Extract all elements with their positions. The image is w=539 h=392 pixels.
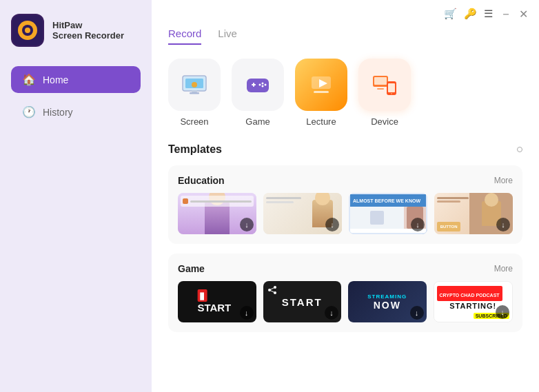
device-icon-box: [358, 59, 411, 111]
brand-name-line1: HitPaw: [52, 20, 124, 30]
game-thumb-2-download[interactable]: ↓: [325, 306, 338, 320]
screen-svg: [180, 70, 209, 99]
record-icon-game[interactable]: Game: [232, 59, 284, 127]
brand-name-line2: Screen Recorder: [52, 30, 124, 41]
svg-line-28: [270, 287, 275, 290]
key-icon[interactable]: 🔑: [464, 8, 477, 20]
game-thumbnail-row: ▮START ↓: [178, 281, 513, 322]
education-card-title: Education: [178, 175, 225, 186]
main-panel: 🛒 🔑 ☰ － ✕ Record Live: [152, 0, 539, 392]
svg-rect-21: [377, 88, 384, 90]
game-icon-box: [232, 59, 284, 111]
game-start-text-1: ▮START: [197, 289, 236, 314]
templates-title: Templates: [168, 143, 222, 156]
edu-thumbnail-3[interactable]: ALMOST BEFORE WE KNOW: [349, 193, 427, 234]
game-more-button[interactable]: More: [494, 264, 513, 274]
game-thumb-3-download[interactable]: ↓: [410, 306, 424, 320]
game-thumb-4-download[interactable]: ↓: [496, 305, 509, 319]
template-card-game: Game More ▮START ↓: [168, 254, 522, 332]
template-card-education: Education More: [168, 165, 522, 244]
game-thumbnail-3[interactable]: STREAMING NOW ↓: [348, 281, 427, 322]
record-icon-screen[interactable]: Screen: [168, 59, 221, 127]
svg-rect-20: [374, 77, 387, 85]
svg-point-14: [262, 85, 264, 87]
svg-rect-23: [388, 83, 395, 92]
screen-label: Screen: [180, 116, 208, 127]
lecture-svg: [307, 70, 336, 99]
cart-icon[interactable]: 🛒: [444, 8, 457, 20]
game-svg: [243, 70, 272, 99]
svg-rect-18: [314, 91, 329, 93]
now-text: NOW: [374, 300, 401, 311]
tab-record[interactable]: Record: [168, 28, 201, 45]
lecture-label: Lecture: [306, 116, 336, 127]
edu-thumb-3-download[interactable]: ↓: [411, 218, 425, 231]
device-label: Device: [371, 116, 398, 127]
edu-thumbnail-1[interactable]: ↓: [178, 193, 256, 234]
game-card-header: Game More: [178, 263, 513, 274]
game-thumbnail-4[interactable]: CRYPTO CHAD PODCAST STARTING! SUBSCRIBED…: [434, 281, 513, 322]
game-thumbnail-2[interactable]: START ↓: [263, 281, 342, 322]
templates-dot: [517, 147, 522, 152]
sidebar-item-history-label: History: [43, 107, 73, 118]
share-icon: [267, 285, 277, 295]
home-icon: 🏠: [22, 73, 36, 86]
history-icon: 🕐: [22, 105, 36, 118]
menu-icon[interactable]: ☰: [484, 8, 493, 20]
content-area: Record Live Screen: [152, 28, 539, 392]
minimize-button[interactable]: －: [500, 6, 512, 22]
svg-rect-11: [253, 83, 254, 87]
svg-point-15: [259, 84, 261, 86]
brand-text: HitPaw Screen Recorder: [52, 20, 124, 41]
sidebar-item-history[interactable]: 🕐 History: [11, 99, 141, 125]
svg-point-24: [391, 93, 392, 94]
screen-icon-box: [168, 59, 221, 111]
templates-header: Templates: [168, 143, 522, 156]
edu-thumbnail-2[interactable]: ↓: [263, 193, 342, 234]
record-icons-row: Screen Game: [168, 59, 522, 127]
education-thumbnail-row: ↓ ↓: [178, 193, 513, 234]
edu-thumb-1-download[interactable]: ↓: [240, 218, 254, 231]
game-thumbnail-1[interactable]: ▮START ↓: [178, 281, 256, 322]
edu-thumbnail-4[interactable]: BUTTON ↓: [434, 193, 513, 234]
education-more-button[interactable]: More: [494, 176, 513, 185]
edu-thumb-4-download[interactable]: ↓: [496, 218, 510, 231]
svg-line-29: [270, 290, 275, 293]
sidebar-item-home[interactable]: 🏠 Home: [11, 66, 141, 93]
record-icon-device[interactable]: Device: [358, 59, 411, 127]
sidebar-nav: 🏠 Home 🕐 History: [11, 66, 141, 125]
svg-rect-8: [192, 90, 197, 92]
svg-rect-7: [190, 92, 199, 94]
svg-point-6: [192, 82, 197, 87]
brand-logo: [11, 14, 44, 47]
svg-point-12: [262, 83, 264, 85]
brand: HitPaw Screen Recorder: [11, 14, 141, 47]
game-card-title: Game: [178, 263, 205, 274]
device-svg: [370, 70, 399, 99]
svg-point-13: [265, 84, 267, 86]
game-start-text-2: START: [282, 296, 323, 308]
streaming-text: STREAMING: [367, 293, 407, 300]
edu-thumb-2-download[interactable]: ↓: [325, 218, 339, 231]
sidebar: HitPaw Screen Recorder 🏠 Home 🕐 History: [0, 0, 152, 392]
close-button[interactable]: ✕: [519, 8, 528, 21]
starting-text: STARTING!: [449, 302, 496, 310]
sidebar-item-home-label: Home: [43, 74, 68, 85]
lecture-icon-box: [295, 59, 347, 111]
game-thumb-1-download[interactable]: ↓: [240, 306, 254, 320]
titlebar: 🛒 🔑 ☰ － ✕: [152, 0, 539, 28]
education-card-header: Education More: [178, 175, 513, 186]
record-icon-lecture[interactable]: Lecture: [295, 59, 347, 127]
tab-bar: Record Live: [168, 28, 522, 45]
svg-point-3: [25, 28, 30, 33]
tab-live[interactable]: Live: [218, 28, 237, 45]
game-label: Game: [245, 116, 270, 127]
